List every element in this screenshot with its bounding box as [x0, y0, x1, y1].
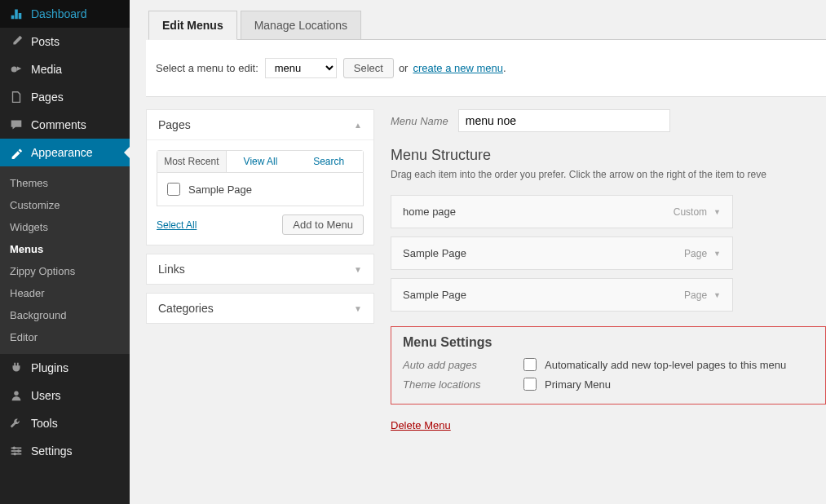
submenu-menus[interactable]: Menus — [0, 238, 130, 260]
sidebar-item-label: Appearance — [31, 146, 93, 159]
sidebar-item-tools[interactable]: Tools — [0, 409, 130, 437]
submenu-themes[interactable]: Themes — [0, 172, 130, 194]
svg-point-1 — [14, 391, 18, 396]
chevron-down-icon[interactable]: ▼ — [713, 291, 721, 299]
submenu-editor[interactable]: Editor — [0, 326, 130, 348]
menu-structure-title: Menu Structure — [391, 147, 826, 164]
page-checkbox[interactable] — [167, 183, 180, 196]
submenu-background[interactable]: Background — [0, 304, 130, 326]
menu-settings-box: Menu Settings Auto add pages Automatical… — [391, 326, 826, 405]
period: . — [503, 62, 506, 74]
menu-name-label: Menu Name — [391, 115, 448, 127]
menu-edit-column: Menu Name Menu Structure Drag each item … — [391, 109, 826, 431]
sidebar-item-label: Media — [31, 63, 62, 76]
meta-box-links-header[interactable]: Links ▼ — [147, 254, 373, 284]
menu-structure-desc: Drag each item into the order you prefer… — [391, 169, 826, 180]
chevron-down-icon[interactable]: ▼ — [713, 250, 721, 258]
sidebar-item-users[interactable]: Users — [0, 382, 130, 409]
sidebar-item-media[interactable]: Media — [0, 55, 130, 83]
svg-point-5 — [13, 447, 16, 450]
main-content: Edit Menus Manage Locations Select a men… — [130, 0, 826, 504]
sidebar-item-label: Pages — [31, 91, 64, 104]
tab-manage-locations[interactable]: Manage Locations — [241, 11, 361, 39]
pages-checklist: Sample Page — [157, 173, 364, 206]
auto-add-checkbox[interactable] — [523, 358, 537, 371]
select-menu-button[interactable]: Select — [343, 58, 394, 78]
checkbox-text: Primary Menu — [545, 378, 611, 391]
sidebar-item-settings[interactable]: Settings — [0, 437, 130, 465]
menu-item-type: Custom ▼ — [674, 206, 721, 218]
theme-locations-label: Theme locations — [403, 378, 523, 391]
submenu-header[interactable]: Header — [0, 282, 130, 304]
appearance-submenu: Themes Customize Widgets Menus Zippy Opt… — [0, 166, 130, 354]
sidebar-item-label: Plugins — [31, 361, 68, 374]
auto-add-pages-label: Auto add pages — [403, 359, 523, 371]
appearance-icon — [8, 144, 24, 161]
menu-select-dropdown[interactable]: menu noe — [265, 58, 337, 78]
submenu-customize[interactable]: Customize — [0, 194, 130, 216]
svg-point-6 — [17, 449, 20, 453]
menu-item-type: Page ▼ — [684, 290, 721, 301]
posts-icon — [8, 33, 24, 50]
checkbox-text: Automatically add new top-level pages to… — [545, 359, 786, 371]
primary-menu-checkbox[interactable] — [523, 378, 537, 391]
tab-edit-menus[interactable]: Edit Menus — [148, 11, 237, 40]
tab-view-all[interactable]: View All — [227, 151, 295, 172]
nav-tabs: Edit Menus Manage Locations — [148, 11, 826, 40]
menu-item-bar[interactable]: Sample Page Page ▼ — [391, 278, 733, 312]
menu-settings-title: Menu Settings — [403, 335, 814, 350]
create-new-menu-link[interactable]: create a new menu — [413, 62, 503, 74]
meta-box-title: Categories — [158, 302, 214, 315]
sidebar-item-appearance[interactable]: Appearance — [0, 139, 130, 166]
submenu-widgets[interactable]: Widgets — [0, 216, 130, 238]
page-checkbox-label: Sample Page — [188, 183, 252, 196]
sidebar-item-posts[interactable]: Posts — [0, 28, 130, 55]
collapse-arrow-icon: ▲ — [354, 121, 362, 130]
comments-icon — [8, 117, 24, 133]
menu-select-bar: Select a menu to edit: menu noe Select o… — [146, 40, 826, 97]
menu-item-title: Sample Page — [403, 289, 466, 301]
menu-item-bar[interactable]: home page Custom ▼ — [391, 195, 733, 228]
admin-sidebar: Dashboard Posts Media Pages Comments App… — [0, 0, 130, 504]
dashboard-icon — [8, 6, 24, 22]
meta-box-pages: Pages ▲ Most Recent View All Search Samp… — [146, 109, 374, 245]
sidebar-item-label: Users — [31, 389, 61, 402]
pages-icon — [8, 89, 24, 105]
meta-box-title: Pages — [158, 118, 191, 131]
add-to-menu-button[interactable]: Add to Menu — [282, 214, 364, 235]
chevron-down-icon[interactable]: ▼ — [713, 208, 721, 216]
sidebar-item-label: Posts — [31, 35, 60, 48]
sidebar-item-plugins[interactable]: Plugins — [0, 354, 130, 382]
select-all-link[interactable]: Select All — [157, 219, 197, 231]
svg-point-7 — [13, 453, 16, 456]
meta-box-title: Links — [158, 263, 185, 276]
sidebar-item-label: Settings — [31, 444, 73, 458]
auto-add-checkbox-label[interactable]: Automatically add new top-level pages to… — [523, 358, 786, 371]
pages-filter-tabs: Most Recent View All Search — [157, 150, 364, 173]
settings-icon — [8, 443, 24, 459]
expand-arrow-icon: ▼ — [354, 304, 362, 313]
sidebar-item-label: Comments — [31, 118, 86, 131]
menu-item-type: Page ▼ — [684, 248, 721, 259]
sidebar-item-label: Dashboard — [31, 7, 87, 20]
plugins-icon — [8, 360, 24, 376]
tools-icon — [8, 415, 24, 431]
media-icon — [8, 61, 24, 77]
svg-point-0 — [11, 66, 17, 72]
submenu-zippy[interactable]: Zippy Options — [0, 260, 130, 282]
delete-menu-link[interactable]: Delete Menu — [391, 419, 451, 431]
meta-box-pages-header[interactable]: Pages ▲ — [147, 110, 373, 139]
tab-search[interactable]: Search — [294, 151, 363, 172]
users-icon — [8, 387, 24, 404]
page-checkbox-item[interactable]: Sample Page — [167, 183, 353, 196]
menu-item-bar[interactable]: Sample Page Page ▼ — [391, 237, 733, 270]
sidebar-item-dashboard[interactable]: Dashboard — [0, 0, 130, 28]
sidebar-item-label: Tools — [31, 417, 58, 430]
sidebar-item-comments[interactable]: Comments — [0, 111, 130, 139]
meta-box-categories: Categories ▼ — [146, 293, 374, 324]
tab-most-recent[interactable]: Most Recent — [157, 151, 227, 172]
primary-menu-checkbox-label[interactable]: Primary Menu — [523, 378, 611, 391]
meta-box-categories-header[interactable]: Categories ▼ — [147, 294, 373, 323]
sidebar-item-pages[interactable]: Pages — [0, 83, 130, 111]
menu-name-input[interactable] — [458, 109, 670, 132]
